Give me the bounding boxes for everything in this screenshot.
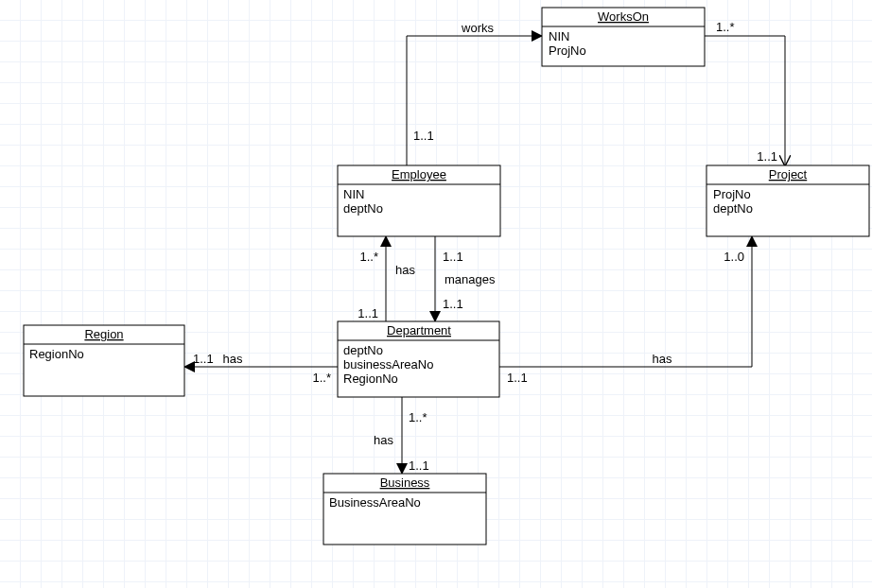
mult-wp-src: 1..* [716,20,735,34]
mult-hasemp-src: 1..1 [358,306,378,320]
entity-department-title: Department [387,323,451,337]
entity-project: Project ProjNo deptNo [706,165,869,236]
entity-workson-attr-1: ProjNo [549,43,586,58]
label-works: works [461,21,494,35]
entity-workson-title: WorksOn [598,9,649,24]
mult-man-dst: 1..1 [443,297,463,311]
label-has-emp: has [395,263,415,277]
entity-employee: Employee NIN deptNo [338,165,500,236]
label-has-business: has [374,433,393,447]
connector-workson-project: 1..* 1..1 [705,20,785,165]
entity-employee-title: Employee [392,167,446,182]
entity-project-attr-1: deptNo [713,201,753,216]
label-has-region: has [223,352,243,366]
connector-dept-has-region: has 1..* 1..1 [184,352,338,385]
entity-region-attr-0: RegionNo [29,347,84,361]
connector-dept-has-emp: has 1..1 1..* [358,236,415,321]
label-has-project: has [653,352,672,366]
label-manages: manages [445,272,496,286]
mult-dr-src: 1..* [312,371,331,385]
entity-workson: WorksOn NIN ProjNo [542,8,705,66]
connector-dept-has-business: has 1..* 1..1 [374,397,429,474]
entity-department-attr-1: businessAreaNo [343,357,433,372]
mult-works-src: 1..1 [413,129,434,143]
mult-man-src: 1..1 [443,250,463,264]
entity-department-attr-2: RegionNo [343,372,398,386]
connector-emp-manages-dept: manages 1..1 1..1 [435,236,496,321]
entity-employee-attr-1: deptNo [343,201,383,216]
entity-business-attr-0: BusinessAreaNo [329,495,421,510]
mult-hasemp-dst: 1..* [359,250,378,264]
mult-db-src: 1..* [409,410,427,424]
entity-workson-attr-0: NIN [549,29,569,43]
entity-department: Department deptNo businessAreaNo RegionN… [338,321,499,397]
entity-department-attr-0: deptNo [343,343,383,357]
mult-dp-src: 1..1 [507,371,528,385]
entity-project-title: Project [769,167,808,182]
mult-wp-dst: 1..1 [757,149,777,164]
entity-region-title: Region [84,327,123,341]
entity-region: Region RegionNo [24,325,184,396]
entity-project-attr-0: ProjNo [713,187,751,201]
connector-dept-has-project: has 1..1 1..0 [499,236,752,385]
mult-dp-dst: 1..0 [724,250,744,264]
entity-employee-attr-0: NIN [343,187,364,201]
mult-db-dst: 1..1 [409,458,429,473]
er-diagram: works 1..1 1..1 1..* 1..1 has 1..1 1..* … [0,0,872,588]
entity-business: Business BusinessAreaNo [323,474,486,545]
mult-dr-dst: 1..1 [193,352,214,366]
entity-business-title: Business [380,476,430,490]
